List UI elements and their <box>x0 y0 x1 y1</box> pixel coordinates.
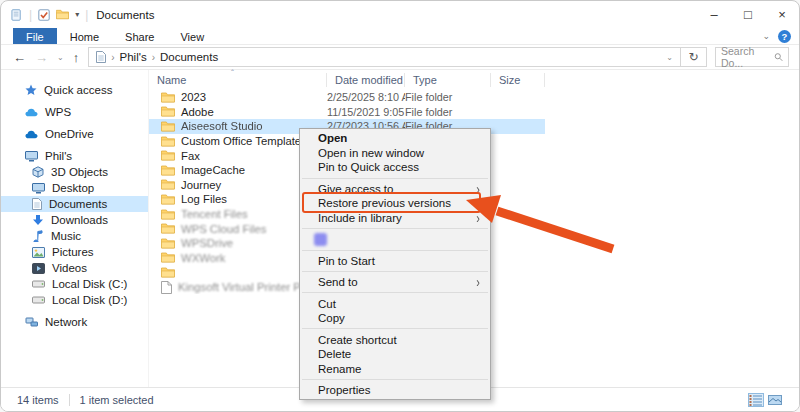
details-view-button[interactable] <box>748 393 764 407</box>
download-arrow-icon <box>32 214 44 226</box>
column-header-type[interactable]: Type <box>405 73 491 87</box>
menu-separator <box>302 271 488 272</box>
address-input[interactable]: › Phil's › Documents ⌄ <box>88 47 681 67</box>
search-input[interactable]: Search Do... <box>715 47 789 67</box>
menu-item-restore-previous-versions[interactable]: Restore previous versions <box>300 196 490 211</box>
sidebar-item-wps[interactable]: WPS <box>1 104 148 120</box>
details-view-icon <box>749 394 763 406</box>
menu-item-pin-to-start[interactable]: Pin to Start <box>300 254 490 269</box>
folder-icon <box>161 179 175 190</box>
menu-separator <box>302 292 488 293</box>
menu-item-copy[interactable]: Copy <box>300 311 490 326</box>
address-dropdown-caret[interactable]: ⌄ <box>666 53 673 62</box>
column-header-date-modified[interactable]: Date modified <box>327 73 405 87</box>
selected-count: 1 item selected <box>80 394 154 406</box>
menu-separator <box>302 250 488 251</box>
menu-item-open-in-new-window[interactable]: Open in new window <box>300 146 490 161</box>
menu-item-pin-to-quick-access[interactable]: Pin to Quick access <box>300 160 490 175</box>
folder-icon <box>161 165 175 176</box>
sidebar-item-desktop[interactable]: Desktop <box>1 180 148 196</box>
submenu-arrow-icon: › <box>476 275 480 290</box>
thumbnails-view-button[interactable] <box>767 393 783 407</box>
up-button[interactable]: ↑ <box>73 50 80 65</box>
new-folder-icon[interactable] <box>56 9 69 20</box>
back-button[interactable]: ← <box>13 50 26 65</box>
submenu-arrow-icon: › <box>476 181 480 196</box>
tab-file[interactable]: File <box>13 28 57 44</box>
disk-icon <box>32 295 45 305</box>
folder-icon <box>161 194 175 205</box>
disk-icon <box>32 279 45 289</box>
menu-item-properties[interactable]: Properties <box>300 383 490 398</box>
menu-item-send-to[interactable]: Send to› <box>300 275 490 290</box>
refresh-button[interactable]: ↻ <box>681 47 707 67</box>
folder-icon <box>161 121 175 132</box>
menu-item-cut[interactable]: Cut <box>300 296 490 311</box>
properties-check-icon[interactable] <box>38 9 50 21</box>
sidebar-item-local-disk-c[interactable]: Local Disk (C:) <box>1 276 148 292</box>
sidebar-item-music[interactable]: Music <box>1 228 148 244</box>
status-divider <box>69 394 70 406</box>
table-row[interactable]: 2023 2/25/2025 8:10 AM File folder <box>149 90 545 105</box>
sidebar-item-videos[interactable]: Videos <box>1 260 148 276</box>
forward-button[interactable]: → <box>35 50 48 65</box>
table-row[interactable]: Adobe 11/15/2021 9:05 A... File folder <box>149 105 545 120</box>
column-header-name[interactable]: Name ˆ <box>149 73 327 87</box>
column-header-size[interactable]: Size <box>491 73 545 87</box>
sort-ascending-icon: ˆ <box>231 66 234 80</box>
sidebar-item-onedrive[interactable]: OneDrive <box>1 126 148 142</box>
tab-share[interactable]: Share <box>112 28 167 44</box>
qat-divider: | <box>85 8 88 22</box>
qat-dropdown-caret[interactable]: ▾ <box>75 10 79 19</box>
menu-item-delete[interactable]: Delete <box>300 347 490 362</box>
qat-divider: | <box>29 8 32 22</box>
minimize-button[interactable]: – <box>697 1 731 28</box>
menu-item-create-shortcut[interactable]: Create shortcut <box>300 332 490 347</box>
folder-icon <box>161 252 175 263</box>
sidebar-item-documents[interactable]: Documents <box>1 196 148 212</box>
submenu-arrow-icon: › <box>476 211 480 226</box>
history-caret-icon[interactable]: ⌄ <box>57 53 64 62</box>
cube-icon <box>32 166 44 178</box>
menu-item-rename[interactable]: Rename <box>300 361 490 376</box>
menu-item-open[interactable]: Open <box>300 131 490 146</box>
computer-icon <box>25 151 38 162</box>
star-icon <box>25 84 37 96</box>
breadcrumb-current[interactable]: Documents <box>160 51 218 63</box>
tab-home[interactable]: Home <box>57 28 112 44</box>
sidebar-item-pictures[interactable]: Pictures <box>1 244 148 260</box>
title-bar: | ▾ | Documents – □ × <box>1 1 799 28</box>
window-title: Documents <box>96 9 154 21</box>
picture-icon <box>32 247 45 258</box>
folder-icon <box>161 136 175 147</box>
thumbnails-view-icon <box>768 394 782 406</box>
menu-separator <box>302 228 488 229</box>
sidebar-item-quick-access[interactable]: Quick access <box>1 82 148 98</box>
search-placeholder: Search Do... <box>721 45 774 69</box>
sidebar-item-downloads[interactable]: Downloads <box>1 212 148 228</box>
sidebar-item-network[interactable]: Network <box>1 314 148 330</box>
menu-item-give-access-to[interactable]: Give access to› <box>300 182 490 197</box>
sidebar-item-this-pc[interactable]: Phil's <box>1 148 148 164</box>
sidebar-item-3d-objects[interactable]: 3D Objects <box>1 164 148 180</box>
menu-item-app-blurred[interactable] <box>300 232 490 247</box>
help-icon[interactable]: ? <box>778 30 791 43</box>
file-icon <box>161 281 172 294</box>
search-icon <box>774 52 783 62</box>
folder-icon <box>161 209 175 220</box>
menu-separator <box>302 178 488 179</box>
location-icon <box>96 51 106 63</box>
tab-view[interactable]: View <box>167 28 217 44</box>
close-button[interactable]: × <box>765 1 799 28</box>
crumb-separator: › <box>152 52 155 63</box>
sidebar-item-local-disk-d[interactable]: Local Disk (D:) <box>1 292 148 308</box>
folder-icon <box>161 223 175 234</box>
ribbon-collapse-icon[interactable]: ⌄ <box>762 31 770 41</box>
onedrive-cloud-icon <box>25 130 38 139</box>
crumb-separator: › <box>111 52 114 63</box>
breadcrumb-root[interactable]: Phil's <box>120 51 147 63</box>
maximize-button[interactable]: □ <box>731 1 765 28</box>
folder-icon <box>161 92 175 103</box>
menu-item-include-in-library[interactable]: Include in library› <box>300 211 490 226</box>
address-bar-row: ← → ⌄ ↑ › Phil's › Documents ⌄ ↻ Search … <box>1 45 799 70</box>
